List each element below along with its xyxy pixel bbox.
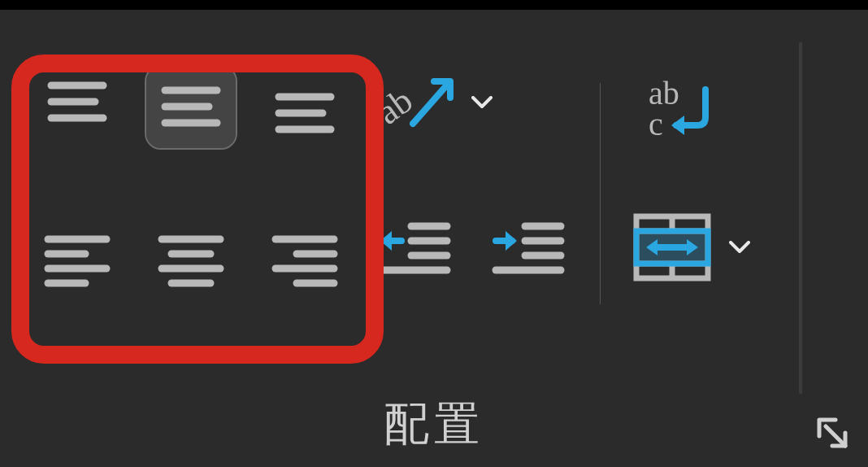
svg-marker-34 bbox=[506, 231, 517, 251]
vertical-align-row bbox=[33, 67, 349, 148]
svg-line-48 bbox=[826, 426, 845, 446]
indent-increase-icon bbox=[491, 220, 566, 278]
increase-indent-button[interactable] bbox=[488, 208, 569, 290]
orientation-dropdown[interactable]: ab bbox=[374, 67, 493, 138]
merge-row bbox=[631, 213, 750, 282]
align-right-icon bbox=[271, 233, 339, 291]
orientation-indent-section: ab bbox=[366, 42, 585, 394]
orientation-row: ab bbox=[374, 67, 569, 138]
align-top-button[interactable] bbox=[33, 67, 122, 148]
horizontal-align-row bbox=[33, 221, 349, 303]
svg-marker-28 bbox=[380, 231, 392, 251]
wrap-merge-section: ab c bbox=[615, 42, 799, 394]
svg-text:c: c bbox=[649, 106, 663, 142]
wrap-row: ab c bbox=[631, 67, 750, 148]
svg-marker-37 bbox=[671, 116, 684, 135]
dialog-launcher-icon bbox=[814, 415, 852, 452]
wrap-text-button[interactable]: ab c bbox=[631, 67, 721, 148]
section-separator bbox=[600, 83, 601, 304]
alignment-grid-section bbox=[0, 42, 366, 394]
dialog-launcher-button[interactable] bbox=[814, 415, 852, 452]
chevron-down-icon bbox=[729, 241, 750, 254]
group-right-border bbox=[799, 42, 802, 394]
chevron-down-icon bbox=[471, 96, 493, 109]
wrap-text-icon: ab c bbox=[636, 72, 717, 143]
align-middle-icon bbox=[158, 79, 224, 136]
ribbon-content: ab bbox=[0, 10, 868, 394]
merge-center-dropdown[interactable] bbox=[631, 213, 750, 282]
align-middle-button[interactable] bbox=[146, 67, 236, 148]
decrease-indent-button[interactable] bbox=[374, 208, 455, 290]
merge-center-icon bbox=[631, 213, 713, 282]
indent-decrease-icon bbox=[377, 220, 452, 278]
align-top-icon bbox=[45, 79, 110, 136]
svg-line-22 bbox=[413, 83, 449, 124]
alignment-ribbon-group: ab bbox=[0, 10, 868, 467]
align-left-button[interactable] bbox=[33, 221, 122, 303]
align-center-icon bbox=[157, 233, 225, 291]
orientation-icon: ab bbox=[374, 67, 455, 138]
align-left-icon bbox=[43, 233, 111, 291]
group-label: 配置 bbox=[0, 394, 868, 467]
indent-row bbox=[374, 208, 569, 290]
align-right-button[interactable] bbox=[260, 221, 349, 303]
align-center-button[interactable] bbox=[146, 221, 236, 303]
align-bottom-button[interactable] bbox=[260, 67, 349, 148]
align-bottom-icon bbox=[272, 79, 337, 136]
